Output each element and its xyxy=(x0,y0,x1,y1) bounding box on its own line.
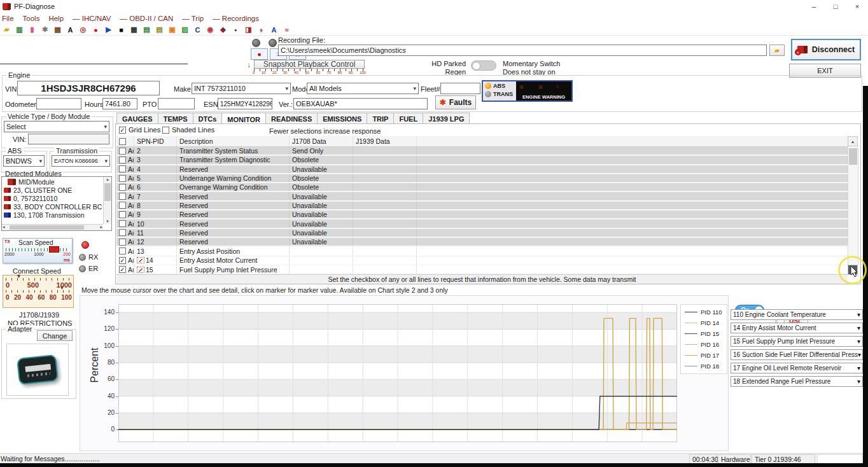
row-checkbox[interactable] xyxy=(119,184,126,191)
steering-icon[interactable]: ◎ xyxy=(78,25,88,34)
modules-vscrollbar[interactable]: ▴ ▾ xyxy=(103,177,111,224)
menu-item-0[interactable]: File xyxy=(2,15,14,22)
menu-item-3[interactable]: — IHC/NAV xyxy=(73,15,111,22)
dtc-icon[interactable]: ◨ xyxy=(244,25,253,34)
vin-field[interactable]: 1HSDJSJR8CH67296 xyxy=(17,81,160,95)
pto-field[interactable] xyxy=(158,98,195,109)
row-checkbox[interactable] xyxy=(119,247,126,254)
row-checkbox[interactable] xyxy=(119,165,126,172)
pid-selector-0[interactable]: 110 Engine Coolant Temperature ▾ xyxy=(731,309,863,320)
module-item-3[interactable]: 33, BODY CONTROLLER BCM xyxy=(3,202,102,211)
table-scroll-thumb[interactable] xyxy=(849,148,857,165)
hd-parked-regen-toggle[interactable] xyxy=(471,60,496,71)
modules-hscrollbar[interactable]: ◂ ▸ xyxy=(2,224,103,230)
menu-item-5[interactable]: — Trip xyxy=(182,15,204,22)
maximize-button[interactable]: □ xyxy=(825,0,846,13)
table-row[interactable]: Auto 7 Reserved Unavailable xyxy=(116,192,848,201)
shaded-lines-checkbox[interactable]: Shaded Lines xyxy=(162,126,214,134)
row-checkbox[interactable] xyxy=(119,229,126,236)
menu-item-2[interactable]: Help xyxy=(48,15,64,22)
gauge-panel-icon[interactable]: ▥ xyxy=(15,25,24,34)
hours-field[interactable]: 7461.80 xyxy=(102,98,137,109)
stop-icon[interactable]: ■ xyxy=(116,25,126,34)
pid-selector-3[interactable]: 16 Suction Side Fuel Filter Differential… xyxy=(731,349,863,360)
row-checkbox[interactable] xyxy=(119,148,126,155)
table-row[interactable]: Auto 10 Reserved Unavailable xyxy=(116,220,848,228)
row-checkbox[interactable] xyxy=(119,220,126,227)
odometer-field[interactable] xyxy=(36,98,81,109)
tpr-icon[interactable]: ♦ xyxy=(256,25,266,34)
menu-item-1[interactable]: Tools xyxy=(23,15,40,22)
menu-item-6[interactable]: — Recordings xyxy=(213,15,259,22)
open-file-icon[interactable]: ▰ xyxy=(2,25,11,34)
export-icon[interactable]: ▨ xyxy=(180,25,190,34)
table-row[interactable]: Auto 3 Transmitter System Diagnostic Obs… xyxy=(116,156,848,165)
ksa-icon[interactable]: ▪ xyxy=(231,25,241,34)
pid-selector-4[interactable]: 17 Engine Oil Level Remote Reservoir ▾ xyxy=(731,363,863,373)
table-row[interactable]: Auto 15 Fuel Supply Pump Inlet Pressure xyxy=(116,265,848,274)
row-checkbox[interactable] xyxy=(119,157,126,164)
record-button[interactable]: ● xyxy=(251,48,268,60)
scroll-left-icon[interactable]: ◂ xyxy=(3,225,5,230)
module-icon[interactable]: ▣ xyxy=(167,25,177,34)
play-icon[interactable]: ▶ xyxy=(104,25,113,34)
row-checkbox[interactable] xyxy=(119,239,126,246)
table-row[interactable]: Auto 11 Reserved Unavailable xyxy=(116,229,848,238)
table-scroll-up-button[interactable]: ▴ xyxy=(848,136,858,146)
paccar-icon[interactable]: ◆ xyxy=(218,25,228,34)
detroit-icon[interactable]: ◉ xyxy=(206,25,215,34)
table-row[interactable]: Auto 4 Reserved Unavailable xyxy=(116,165,848,174)
table-row[interactable]: Auto 12 Reserved Unavailable xyxy=(116,238,848,247)
module-item-1[interactable]: 23, CLUSTER ONE xyxy=(3,186,102,194)
scroll-down-icon[interactable]: ▾ xyxy=(104,219,111,224)
disconnect-button[interactable]: × Disconnect xyxy=(791,39,861,60)
photo-icon[interactable]: ▩ xyxy=(53,25,62,34)
ver-field[interactable]: OEBXAUAB* xyxy=(293,98,428,109)
j1708-icon[interactable]: ▤ xyxy=(142,25,151,34)
table-row[interactable]: Auto 5 Underrange Warning Condition Obso… xyxy=(116,174,848,183)
chart-plot[interactable] xyxy=(118,304,677,442)
browse-folder-button[interactable]: ▰ xyxy=(769,45,785,56)
table-row[interactable]: Auto 14 Entry Assist Motor Current xyxy=(116,256,848,265)
row-checkbox[interactable] xyxy=(119,257,126,264)
model-select[interactable]: All Models▾ xyxy=(307,83,419,94)
shaded-lines-cb-icon[interactable] xyxy=(162,127,169,134)
table-row[interactable]: Auto 2 Transmitter System Status Send On… xyxy=(116,147,848,156)
text-icon[interactable]: A xyxy=(66,25,75,34)
cummins-icon[interactable]: C xyxy=(193,25,202,34)
abs-select[interactable]: BNDWS▾ xyxy=(3,155,45,167)
settings-icon[interactable]: ✱ xyxy=(40,25,50,34)
table-row[interactable]: Auto 9 Reserved Unavailable xyxy=(116,211,848,220)
calendar-icon[interactable]: ▦ xyxy=(129,25,139,34)
j1939-ecm-icon[interactable]: ▤ xyxy=(155,25,164,34)
module-item-4[interactable]: 130, 1708 Transmission xyxy=(3,211,102,219)
adapter-change-button[interactable]: Change xyxy=(37,330,73,341)
grid-lines-cb-icon[interactable] xyxy=(119,127,126,134)
notes-icon[interactable]: ▮ xyxy=(27,25,37,34)
module-item-2[interactable]: 0, 7573211010 xyxy=(3,194,102,202)
fleet-field[interactable] xyxy=(440,83,480,94)
recording-file-input[interactable]: C:\Users\smeek\Documents\Diagnostics xyxy=(278,45,767,56)
chart-container[interactable]: Percent 020406080100120140 PID 110 PID 1… xyxy=(80,295,729,451)
table-row[interactable]: Auto 8 Reserved Unavailable xyxy=(116,202,848,211)
table-row[interactable]: Auto 6 Overrange Warning Condition Obsol… xyxy=(116,183,848,192)
menu-item-4[interactable]: — OBD-II / CAN xyxy=(120,15,174,22)
record-icon[interactable]: ● xyxy=(91,25,101,34)
sidebar-vin-field[interactable] xyxy=(28,134,109,144)
close-button[interactable]: × xyxy=(846,0,868,13)
table-vscrollbar[interactable]: ▴ ▾ xyxy=(848,136,858,275)
row-checkbox[interactable] xyxy=(119,202,126,209)
waveform-icon[interactable]: ≈ xyxy=(282,25,291,34)
row-checkbox[interactable] xyxy=(119,193,126,200)
module-item-0[interactable]: MID/Module xyxy=(3,178,102,186)
minimize-button[interactable]: – xyxy=(803,0,825,13)
scroll-right-icon[interactable]: ▸ xyxy=(100,225,102,230)
vehicle-type-select[interactable]: Select▾ xyxy=(4,121,109,132)
row-checkbox[interactable] xyxy=(119,266,126,273)
pid-selector-2[interactable]: 15 Fuel Supply Pump Inlet Pressure ▾ xyxy=(731,336,863,347)
scroll-up-icon[interactable]: ▴ xyxy=(104,177,111,182)
table-row[interactable]: Auto 13 Entry Assist Position xyxy=(116,247,848,256)
allison-icon[interactable]: A xyxy=(269,25,279,34)
faults-button[interactable]: ✱ Faults xyxy=(435,95,476,109)
make-select[interactable]: INT 7573211010▾ xyxy=(192,83,291,94)
